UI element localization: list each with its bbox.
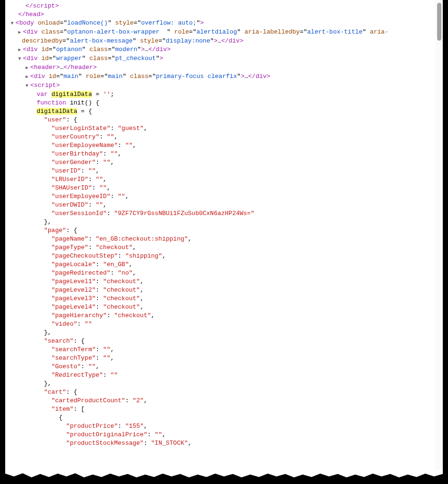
code-line[interactable]: ▼<script> xyxy=(5,81,443,90)
code-line[interactable]: "userBirthday": "", xyxy=(5,150,443,158)
code-line[interactable]: "RedirectType": "" xyxy=(5,371,443,380)
code-line[interactable]: "productStockMessage": "IN_STOCK", xyxy=(5,439,443,448)
code-line[interactable]: "productOriginalPrice": "", xyxy=(5,431,443,439)
close-script-tag: </script xyxy=(26,2,55,9)
code-line[interactable]: ▶<header>…</header> xyxy=(5,63,443,72)
digitaldata-highlight: digitalData xyxy=(36,108,77,115)
code-line[interactable]: "userEmployeeName": "", xyxy=(5,141,443,150)
code-line[interactable]: ▶<div class="optanon-alert-box-wrapper "… xyxy=(5,28,443,37)
triangle-right-icon[interactable]: ▶ xyxy=(26,64,30,72)
torn-edge-decoration xyxy=(5,466,443,484)
code-line[interactable]: "item": [ xyxy=(5,405,443,414)
code-line[interactable]: "userGender": "", xyxy=(5,158,443,167)
code-line[interactable]: </script> xyxy=(5,2,443,10)
code-line[interactable]: }, xyxy=(5,328,443,337)
code-line[interactable]: describedby="alert-box-message" style="d… xyxy=(5,37,443,45)
code-line[interactable]: }, xyxy=(5,218,443,226)
code-line[interactable]: "userCountry": "", xyxy=(5,133,443,141)
devtools-elements-panel: </script> </head> ▼<body onload="loadNon… xyxy=(5,0,443,484)
code-line[interactable]: "userEmployeeID": "", xyxy=(5,192,443,201)
code-line[interactable]: ▶<div id="optanon" class="modern">…</div… xyxy=(5,45,443,54)
code-line[interactable]: "SHAUserID": "", xyxy=(5,184,443,192)
code-line[interactable]: ▼<body onload="loadNonce()" style="overf… xyxy=(5,19,443,28)
code-line[interactable]: "page": { xyxy=(5,226,443,235)
code-line[interactable]: "searchType": "", xyxy=(5,354,443,363)
code-line[interactable]: "video": "" xyxy=(5,320,443,328)
scrollbar[interactable] xyxy=(435,0,443,470)
code-line[interactable]: ▶<div id="main" role="main" class="prima… xyxy=(5,72,443,81)
triangle-down-icon[interactable]: ▼ xyxy=(11,19,16,28)
code-line[interactable]: "pageLocale": "en_GB", xyxy=(5,260,443,269)
code-line[interactable]: "cartedProductCount": "2", xyxy=(5,397,443,405)
triangle-right-icon[interactable]: ▶ xyxy=(18,28,23,37)
code-line[interactable]: "pageCheckoutStep": "shipping", xyxy=(5,252,443,260)
code-line[interactable]: "searchTerm": "", xyxy=(5,346,443,354)
code-line[interactable]: </head> xyxy=(5,10,443,19)
code-line[interactable]: "user": { xyxy=(5,116,443,124)
code-line[interactable]: "pageLevel4": "checkout", xyxy=(5,303,443,311)
code-line[interactable]: var digitalData = ''; xyxy=(5,90,443,99)
code-line[interactable]: "pageType": "checkout", xyxy=(5,243,443,252)
digitaldata-highlight: digitalData xyxy=(52,91,92,98)
triangle-right-icon[interactable]: ▶ xyxy=(18,46,23,54)
scrollbar-thumb[interactable] xyxy=(437,3,441,41)
triangle-down-icon[interactable]: ▼ xyxy=(18,55,23,63)
code-line[interactable]: function init() { xyxy=(5,99,443,107)
code-line[interactable]: "productPrice": "155", xyxy=(5,422,443,431)
triangle-right-icon[interactable]: ▶ xyxy=(26,73,30,81)
close-head-tag: </head> xyxy=(18,11,44,18)
code-line[interactable]: "pageLevel1": "checkout", xyxy=(5,277,443,286)
code-line[interactable]: "userLoginState": "guest", xyxy=(5,124,443,133)
code-line[interactable]: digitalData = { xyxy=(5,107,443,116)
code-line[interactable]: "search": { xyxy=(5,337,443,346)
triangle-down-icon[interactable]: ▼ xyxy=(26,82,30,90)
code-line[interactable]: "pageLevel3": "checkout", xyxy=(5,294,443,303)
code-line[interactable]: "userID": "", xyxy=(5,167,443,175)
code-line[interactable]: { xyxy=(5,414,443,422)
code-line[interactable]: "pageHierarchy": "checkout", xyxy=(5,311,443,320)
code-line[interactable]: "pageName": "en_GB:checkout:shipping", xyxy=(5,235,443,243)
code-line[interactable]: "pageRedirected": "no", xyxy=(5,269,443,277)
code-line[interactable]: "pageLevel2": "checkout", xyxy=(5,286,443,294)
code-line[interactable]: "cart": { xyxy=(5,388,443,397)
code-line[interactable]: "Goesto": "", xyxy=(5,363,443,371)
code-line[interactable]: "userDWID": "", xyxy=(5,201,443,209)
code-line[interactable]: "userSessionId": "9ZF7CY9rGssNBUi1FZuSub… xyxy=(5,209,443,218)
code-line[interactable]: }, xyxy=(5,380,443,388)
code-line[interactable]: ▼<div id="wrapper" class="pt_checkout"> xyxy=(5,54,443,63)
code-line[interactable]: "LRUserID": "", xyxy=(5,175,443,184)
